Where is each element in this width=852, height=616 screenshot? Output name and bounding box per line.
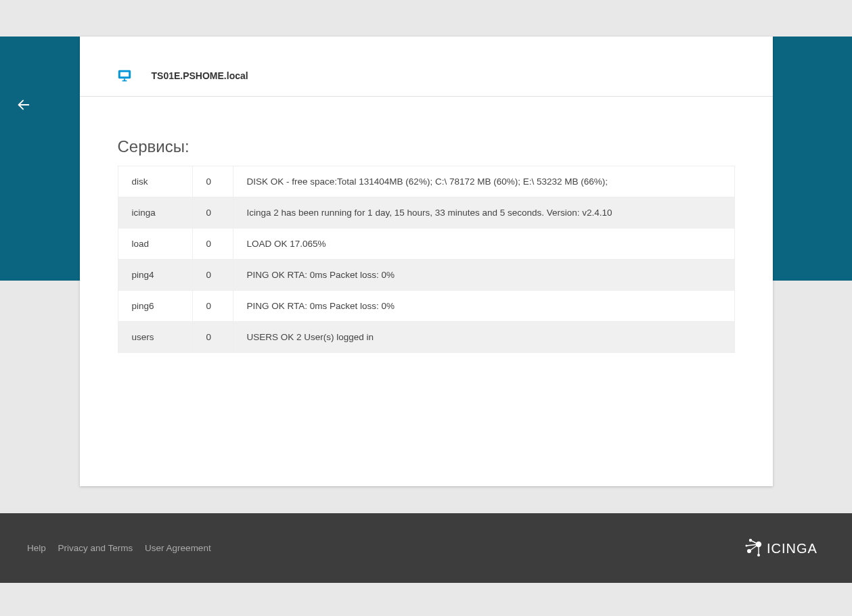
service-row[interactable]: users0USERS OK 2 User(s) logged in — [118, 322, 734, 353]
service-count: 0 — [192, 322, 233, 353]
service-name: ping4 — [118, 260, 192, 291]
footer-links: Help Privacy and Terms User Agreement — [27, 543, 221, 553]
service-name: users — [118, 322, 192, 353]
service-count: 0 — [192, 197, 233, 229]
main-card: TS01E.PSHOME.local Сервисы: disk0DISK OK… — [80, 37, 773, 486]
service-name: ping6 — [118, 291, 192, 322]
footer: Help Privacy and Terms User Agreement IC… — [0, 513, 852, 583]
footer-link-agreement[interactable]: User Agreement — [145, 543, 211, 553]
service-row[interactable]: icinga0Icinga 2 has been running for 1 d… — [118, 197, 734, 229]
service-output: LOAD OK 17.065% — [233, 229, 734, 260]
back-button[interactable] — [16, 97, 32, 114]
host-header: TS01E.PSHOME.local — [80, 37, 773, 97]
service-output: PING OK RTA: 0ms Packet loss: 0% — [233, 291, 734, 322]
service-row[interactable]: ping40PING OK RTA: 0ms Packet loss: 0% — [118, 260, 734, 291]
service-row[interactable]: load0LOAD OK 17.065% — [118, 229, 734, 260]
service-output: Icinga 2 has been running for 1 day, 15 … — [233, 197, 734, 229]
service-count: 0 — [192, 166, 233, 197]
service-output: USERS OK 2 User(s) logged in — [233, 322, 734, 353]
service-count: 0 — [192, 260, 233, 291]
service-row[interactable]: disk0DISK OK - free space:Total 131404MB… — [118, 166, 734, 197]
arrow-left-icon — [16, 97, 31, 112]
monitor-icon — [118, 69, 131, 82]
service-output: DISK OK - free space:Total 131404MB (62%… — [233, 166, 734, 197]
host-name: TS01E.PSHOME.local — [152, 70, 248, 81]
section-title: Сервисы: — [80, 137, 773, 166]
service-output: PING OK RTA: 0ms Packet loss: 0% — [233, 260, 734, 291]
service-count: 0 — [192, 291, 233, 322]
service-name: icinga — [118, 197, 192, 229]
service-name: disk — [118, 166, 192, 197]
footer-link-help[interactable]: Help — [27, 543, 46, 553]
svg-rect-2 — [119, 72, 129, 77]
brand-logo: ICINGA — [744, 535, 825, 562]
service-name: load — [118, 229, 192, 260]
services-table: disk0DISK OK - free space:Total 131404MB… — [118, 166, 735, 353]
svg-text:ICINGA: ICINGA — [767, 541, 817, 556]
service-row[interactable]: ping60PING OK RTA: 0ms Packet loss: 0% — [118, 291, 734, 322]
footer-link-privacy[interactable]: Privacy and Terms — [58, 543, 133, 553]
service-count: 0 — [192, 229, 233, 260]
